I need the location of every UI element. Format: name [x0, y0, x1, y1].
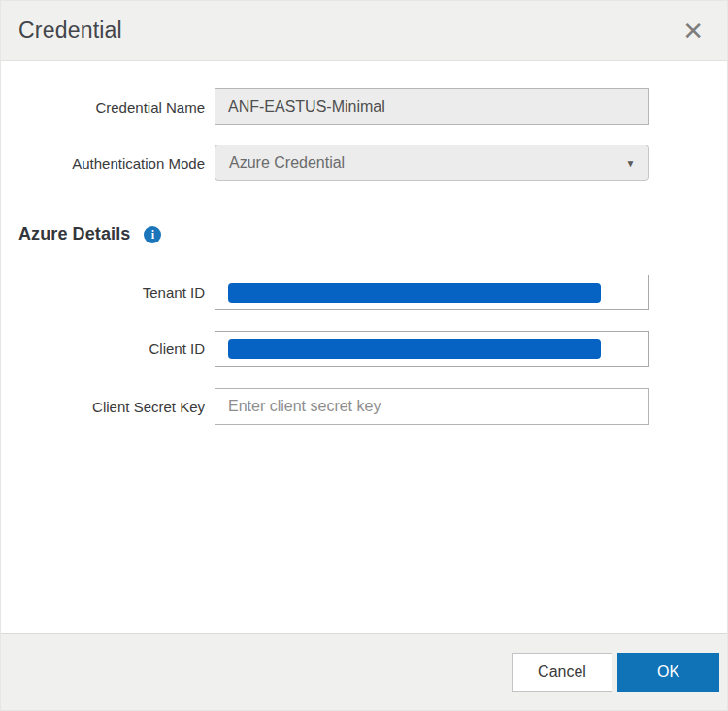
client-id-label: Client ID	[11, 340, 205, 357]
authentication-mode-label: Authentication Mode	[11, 155, 205, 172]
azure-details-title: Azure Details	[18, 224, 130, 244]
dialog-footer: Cancel OK	[1, 633, 727, 710]
client-id-input[interactable]	[215, 331, 649, 367]
dialog-header: Credential ✕	[1, 1, 727, 61]
close-icon[interactable]: ✕	[678, 16, 708, 46]
tenant-id-input[interactable]	[215, 275, 649, 310]
client-secret-key-input[interactable]	[215, 388, 649, 425]
client-id-row: Client ID	[1, 331, 727, 367]
credential-name-field-wrap	[215, 88, 649, 125]
client-id-redacted-bar	[228, 339, 601, 359]
credential-name-row: Credential Name	[1, 88, 727, 125]
authentication-mode-select[interactable]: Azure Credential ▼	[215, 145, 649, 181]
credential-name-label: Credential Name	[11, 99, 205, 115]
tenant-id-label: Tenant ID	[11, 284, 205, 301]
azure-details-heading: Azure Details i	[18, 224, 727, 244]
chevron-down-icon: ▼	[626, 158, 636, 169]
info-icon[interactable]: i	[144, 226, 161, 243]
cancel-button[interactable]: Cancel	[512, 653, 612, 692]
tenant-id-redacted-bar	[228, 283, 601, 303]
client-secret-key-field-wrap	[215, 388, 649, 425]
dialog-title: Credential	[18, 17, 122, 44]
dropdown-arrow-box[interactable]: ▼	[612, 145, 648, 180]
client-secret-key-row: Client Secret Key	[1, 388, 727, 425]
authentication-mode-row: Authentication Mode Azure Credential ▼	[1, 145, 727, 181]
client-secret-key-label: Client Secret Key	[11, 399, 205, 415]
dialog-body: Credential Name Authentication Mode Azur…	[1, 61, 727, 633]
credential-dialog: Credential ✕ Credential Name Authenticat…	[0, 0, 728, 711]
credential-name-input[interactable]	[215, 88, 649, 125]
ok-button[interactable]: OK	[617, 653, 719, 692]
authentication-mode-value: Azure Credential	[215, 154, 612, 172]
tenant-id-row: Tenant ID	[1, 275, 727, 310]
